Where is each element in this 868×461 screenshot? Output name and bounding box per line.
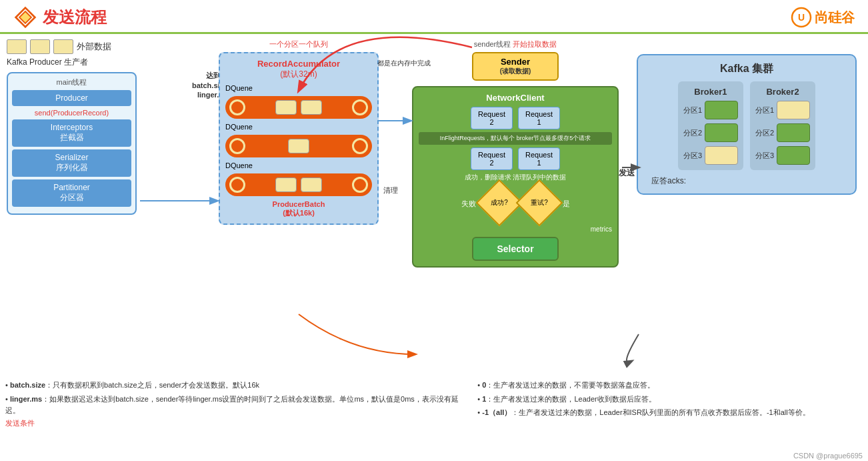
accumulator-container: RecordAccumulator (默认32m) 都是在内存中完成 DQuen… — [219, 52, 379, 225]
producer-batch-title: ProducerBatch — [273, 200, 325, 208]
partitioner-line2: 分区器 — [17, 192, 126, 203]
requests-row-1: Request2 Request1 — [419, 107, 612, 129]
request2b-box: Request2 — [471, 147, 513, 170]
pill-circle-right-1 — [352, 99, 368, 115]
note-linger-ms: • linger.ms：如果数据迟迟未达到batch.size，sender等待… — [5, 394, 464, 417]
broker2-partition1-label: 分区1 — [755, 105, 774, 115]
broker2-partition3-label: 分区3 — [755, 151, 774, 161]
logo-icon — [13, 5, 37, 29]
brokers-row: Broker1 分区1 分区2 分区3 — [645, 81, 849, 170]
dqueue3-label: DQuene — [225, 161, 372, 169]
producer-batch-label: ProducerBatch (默认16k) — [225, 200, 372, 218]
batch-size-text: ：只有数据积累到batch.size之后，sender才会发送数据。默认16k — [45, 381, 259, 389]
broker1-partition3-row: 分区3 — [683, 146, 738, 165]
producer-batch-size: (默认16k) — [283, 209, 315, 217]
ack-all-key: -1（all） — [482, 408, 511, 416]
broker1-partition2-block — [705, 123, 738, 142]
retry-diamond-container: 重试? — [523, 186, 556, 221]
request2-box: Request2 — [471, 107, 513, 129]
success-diamond-container: 成功? — [483, 186, 516, 221]
broker2-partition3-block — [777, 146, 810, 165]
note-batch-size: • batch.size：只有数据积累到batch.size之后，sender才… — [5, 380, 464, 392]
decision-area: 失败 成功? 重试? 是 — [419, 186, 612, 221]
network-client-box: NetworkClient Request2 Request1 InFlight… — [412, 86, 619, 268]
dqueue2-pill — [225, 135, 372, 157]
broker1-partition2-row: 分区2 — [683, 123, 738, 142]
inflight-note: InFlightRequests，默认每个 broker节点最多缓存5个请求 — [419, 132, 612, 145]
broker1-col: Broker1 分区1 分区2 分区3 — [678, 81, 743, 170]
no-label: 失败 — [461, 199, 476, 209]
serializer-block: Serializer 序列化器 — [12, 149, 131, 177]
request1b-box: Request1 — [518, 147, 560, 170]
linger-ms-key: linger.ms — [10, 395, 42, 403]
retry-label: 重试? — [531, 198, 548, 207]
request1-box: Request1 — [518, 107, 560, 129]
pill-inner-2a — [288, 139, 309, 153]
bottom-notes: • batch.size：只有数据积累到batch.size之后，sender才… — [5, 378, 860, 430]
dqueue2-label: DQuene — [225, 123, 372, 131]
broker2-col: Broker2 分区1 分区2 分区3 — [750, 81, 815, 170]
clean-label: 清理 — [383, 185, 398, 195]
success-label: 成功? — [491, 198, 508, 207]
accumulator-title: RecordAccumulator — [225, 59, 372, 69]
broker2-partition1-block — [777, 101, 810, 119]
kafka-producer-label: Kafka Producer 生产者 — [7, 57, 137, 68]
serializer-line1: Serializer — [17, 153, 126, 162]
broker1-partition1-block — [705, 101, 738, 119]
pill-inner-1a — [275, 100, 297, 115]
partitioner-line1: Partitioner — [17, 183, 126, 192]
network-section: sender线程 开始拉取数据 Sender (读取数据) NetworkCli… — [412, 39, 619, 268]
main-container: 发送流程 U 尚硅谷 外部数据 Kafka Producer 生产者 — [0, 0, 868, 461]
accumulator-subtitle: (默认32m) — [225, 69, 372, 80]
sender-label: Sender — [487, 57, 544, 67]
kafka-box: Kafka 集群 Broker1 分区1 分区2 — [637, 54, 857, 195]
broker1-partition1-label: 分区1 — [683, 105, 702, 115]
start-pull-label: 开始拉取数据 — [513, 40, 557, 48]
serializer-line2: 序列化器 — [17, 162, 126, 173]
producer-section: 外部数据 Kafka Producer 生产者 main线程 Producer … — [7, 39, 137, 215]
header-title: 发送流程 — [13, 5, 107, 29]
ack-all-text: ：生产者发送过来的数据，Leader和ISR队列里面的所有节点收齐数据后应答。-… — [511, 408, 809, 416]
broker1-partition2-label: 分区2 — [683, 128, 702, 138]
csdn-label: CSDN @prague6695 — [793, 452, 863, 460]
partition-queue-label: 一个分区一个队列 — [219, 39, 379, 49]
pill-circle-left-3 — [229, 177, 245, 193]
dqueue-to-selector-arrow — [299, 314, 415, 354]
ext-box-3 — [53, 39, 73, 54]
selector-box: Selector — [472, 237, 559, 261]
broker1-partition1-row: 分区1 — [683, 101, 738, 119]
metrics-label: metrics — [419, 225, 612, 233]
ack1-text: ：生产者发送过来的数据，Leader收到数据后应答。 — [486, 395, 655, 403]
brand-name: 尚硅谷 — [815, 9, 855, 27]
notes-left: • batch.size：只有数据积累到batch.size之后，sender才… — [5, 380, 464, 428]
ext-box-1 — [7, 39, 27, 54]
pill-inner-3a — [275, 177, 297, 192]
dqueue1-pill — [225, 96, 372, 119]
dqueue1-label: DQuene — [225, 84, 372, 92]
send-condition-label: 发送条件 — [5, 418, 464, 428]
producer-block: Producer — [12, 90, 131, 106]
sender-thread-area: sender线程 开始拉取数据 — [412, 39, 619, 49]
broker2-partition2-row: 分区2 — [755, 123, 810, 142]
network-client-label: NetworkClient — [419, 93, 612, 103]
brand-logo: U 尚硅谷 — [791, 7, 855, 28]
external-data-row: 外部数据 — [7, 39, 137, 54]
broker1-label: Broker1 — [694, 87, 727, 97]
main-thread-label: main线程 — [12, 77, 131, 87]
note-ack0: • 0：生产者发送过来的数据，不需要等数据落盘应答。 — [477, 380, 860, 392]
batch-size-key: batch.size — [10, 381, 45, 389]
sender-sub-label: (读取数据) — [487, 67, 544, 76]
broker2-partition1-row: 分区1 — [755, 101, 810, 119]
acks-label: 应答acks: — [645, 175, 849, 187]
acks-arrow — [627, 334, 639, 362]
pill-circle-right-3 — [352, 177, 368, 193]
kafka-section: Kafka 集群 Broker1 分区1 分区2 — [637, 54, 857, 195]
pill-circle-left-2 — [229, 138, 245, 154]
partitioner-block: Partitioner 分区器 — [12, 179, 131, 207]
dqueue3-pill — [225, 173, 372, 196]
yes-label: 是 — [563, 199, 570, 209]
linger-ms-text: ：如果数据迟迟未达到batch.size，sender等待linger.ms设置… — [5, 395, 459, 415]
pill-circle-right-2 — [352, 138, 368, 154]
broker2-partition2-block — [777, 123, 810, 142]
broker1-partition3-block — [705, 146, 738, 165]
